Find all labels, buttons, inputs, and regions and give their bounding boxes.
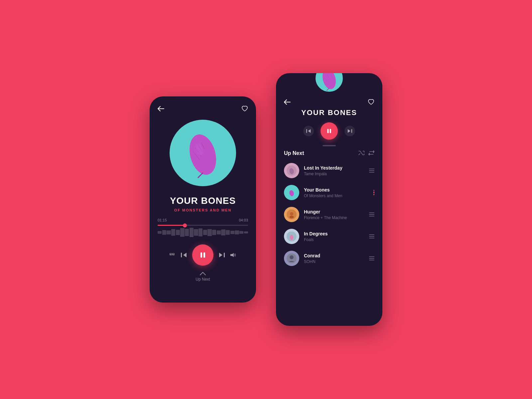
prev-button[interactable] bbox=[181, 252, 187, 258]
next-button[interactable] bbox=[219, 252, 225, 258]
progress-bar[interactable] bbox=[158, 225, 248, 226]
up-next-header: Up Next bbox=[276, 150, 382, 156]
queue-artist-5: SOHN bbox=[304, 259, 364, 264]
queue-thumb-3 bbox=[284, 207, 299, 222]
queue-item-1[interactable]: Lost In Yesterday Tame Impala bbox=[276, 160, 382, 182]
progress-section: 01:15 04:03 bbox=[158, 218, 248, 237]
queue-info-4: In Degrees Foals bbox=[304, 231, 364, 242]
queue-list: Lost In Yesterday Tame Impala Your Bones… bbox=[276, 160, 382, 319]
svg-point-30 bbox=[290, 212, 293, 215]
svg-point-35 bbox=[290, 255, 294, 259]
queue-thumb-4 bbox=[284, 229, 299, 244]
right-play-pause-button[interactable] bbox=[321, 122, 338, 140]
right-back-button[interactable] bbox=[284, 99, 291, 105]
leaf-illustration bbox=[180, 126, 226, 180]
queue-song-3: Hunger bbox=[304, 209, 364, 214]
song-artist: OF MONSTERS AND MEN bbox=[174, 208, 232, 212]
queue-item-2[interactable]: Your Bones Of Monsters and Men bbox=[276, 182, 382, 203]
progress-thumb bbox=[183, 223, 187, 227]
queue-thumb-2 bbox=[284, 185, 299, 200]
left-phone-header bbox=[158, 106, 248, 112]
svg-rect-10 bbox=[203, 252, 205, 258]
queue-artist-2: Of Monsters and Men bbox=[304, 194, 369, 198]
queue-artist-3: Florence + The Machine bbox=[304, 215, 364, 220]
svg-point-0 bbox=[185, 131, 220, 178]
up-next-hint[interactable]: Up Next bbox=[196, 272, 210, 282]
right-prev-button[interactable] bbox=[303, 126, 314, 136]
svg-marker-19 bbox=[308, 129, 311, 133]
time-current: 01:15 bbox=[158, 218, 167, 222]
up-next-controls bbox=[358, 151, 374, 156]
queue-song-4: In Degrees bbox=[304, 231, 364, 236]
up-next-hint-label: Up Next bbox=[196, 277, 210, 282]
right-phone: YOUR BONES Up Next bbox=[276, 73, 382, 326]
queue-thumb-5 bbox=[284, 251, 299, 266]
volume-button[interactable] bbox=[230, 252, 236, 258]
svg-point-31 bbox=[289, 216, 294, 218]
svg-marker-7 bbox=[183, 253, 187, 257]
svg-rect-8 bbox=[181, 253, 182, 257]
queue-info-2: Your Bones Of Monsters and Men bbox=[304, 187, 369, 198]
queue-song-5: Conrad bbox=[304, 253, 364, 258]
album-art bbox=[170, 120, 236, 186]
right-next-button[interactable] bbox=[344, 126, 355, 136]
svg-rect-21 bbox=[327, 129, 329, 133]
svg-point-33 bbox=[290, 235, 293, 240]
svg-rect-12 bbox=[224, 253, 225, 257]
svg-marker-13 bbox=[230, 253, 234, 257]
svg-rect-9 bbox=[200, 252, 202, 258]
svg-rect-22 bbox=[330, 129, 331, 133]
svg-rect-20 bbox=[306, 129, 307, 133]
svg-marker-11 bbox=[219, 253, 222, 257]
queue-item-3[interactable]: Hunger Florence + The Machine bbox=[276, 203, 382, 225]
svg-line-15 bbox=[327, 88, 330, 91]
queue-menu-3[interactable] bbox=[369, 212, 374, 216]
right-song-title: YOUR BONES bbox=[301, 108, 357, 117]
right-favorite-button[interactable] bbox=[368, 99, 374, 105]
right-leaf-illustration bbox=[318, 73, 341, 91]
queue-item-4[interactable]: In Degrees Foals bbox=[276, 225, 382, 247]
queue-menu-5[interactable] bbox=[369, 256, 374, 260]
queue-artist-4: Foals bbox=[304, 237, 364, 242]
queue-menu-4[interactable] bbox=[369, 234, 374, 238]
svg-point-14 bbox=[321, 73, 338, 90]
waveform bbox=[158, 228, 248, 237]
song-title: YOUR BONES bbox=[170, 196, 236, 206]
left-phone: YOUR BONES OF MONSTERS AND MEN 01:15 04:… bbox=[150, 96, 256, 303]
svg-marker-23 bbox=[348, 129, 350, 133]
favorite-button[interactable] bbox=[241, 106, 248, 112]
queue-info-1: Lost In Yesterday Tame Impala bbox=[304, 165, 364, 176]
right-controls bbox=[303, 122, 355, 140]
queue-info-3: Hunger Florence + The Machine bbox=[304, 209, 364, 220]
divider bbox=[323, 145, 336, 146]
up-next-label: Up Next bbox=[284, 150, 304, 156]
queue-playing-2 bbox=[373, 190, 374, 195]
queue-song-1: Lost In Yesterday bbox=[304, 165, 364, 171]
queue-song-2: Your Bones bbox=[304, 187, 369, 193]
lyrics-button[interactable] bbox=[170, 253, 176, 257]
queue-thumb-1 bbox=[284, 163, 299, 178]
queue-artist-1: Tame Impala bbox=[304, 172, 364, 176]
time-row: 01:15 04:03 bbox=[158, 218, 248, 222]
shuffle-button[interactable] bbox=[358, 151, 364, 156]
controls-row bbox=[170, 244, 236, 266]
queue-menu-1[interactable] bbox=[369, 169, 374, 173]
time-total: 04:03 bbox=[239, 218, 248, 222]
play-pause-button[interactable] bbox=[192, 244, 213, 266]
svg-rect-24 bbox=[351, 129, 352, 133]
progress-fill bbox=[158, 225, 185, 226]
repeat-button[interactable] bbox=[368, 151, 374, 156]
queue-info-5: Conrad SOHN bbox=[304, 253, 364, 264]
svg-line-1 bbox=[198, 173, 203, 178]
back-button[interactable] bbox=[158, 106, 164, 111]
queue-item-5[interactable]: Conrad SOHN bbox=[276, 247, 382, 269]
